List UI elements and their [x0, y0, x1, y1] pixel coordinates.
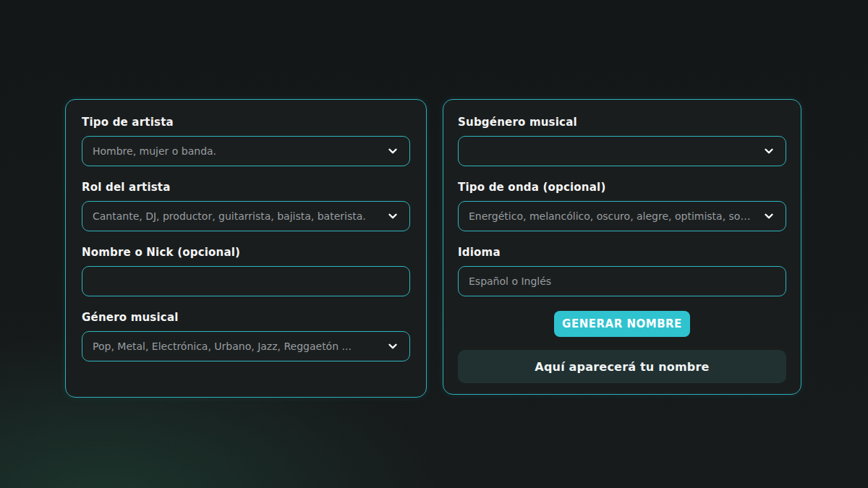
generar-nombre-button[interactable]: GENERAR NOMBRE: [554, 311, 690, 337]
left-form-card: Tipo de artista Hombre, mujer o banda. R…: [65, 99, 427, 398]
select-placeholder: Pop, Metal, Electrónica, Urbano, Jazz, R…: [93, 341, 352, 352]
select-placeholder: Cantante, DJ, productor, guitarrista, ba…: [93, 210, 366, 222]
tipo-de-artista-label: Tipo de artista: [82, 116, 410, 129]
chevron-down-icon: [386, 145, 399, 158]
idioma-input[interactable]: [458, 266, 786, 296]
field-group-tipo-de-artista: Tipo de artista Hombre, mujer o banda.: [82, 116, 410, 166]
field-group-genero-musical: Género musical Pop, Metal, Electrónica, …: [82, 311, 410, 361]
field-group-idioma: Idioma: [458, 246, 786, 296]
rol-del-artista-select[interactable]: Cantante, DJ, productor, guitarrista, ba…: [82, 201, 410, 231]
idioma-label: Idioma: [458, 246, 786, 259]
genero-musical-label: Género musical: [82, 311, 410, 324]
subgenero-musical-select[interactable]: [458, 136, 786, 166]
chevron-down-icon: [386, 340, 399, 353]
select-placeholder: Hombre, mujer o banda.: [93, 145, 216, 157]
result-text: Aquí aparecerá tu nombre: [535, 360, 709, 374]
right-form-card: Subgénero musical Tipo de onda (opcional…: [443, 99, 801, 395]
field-group-tipo-de-onda: Tipo de onda (opcional) Energético, mela…: [458, 181, 786, 231]
field-group-nombre-nick: Nombre o Nick (opcional): [82, 246, 410, 296]
nombre-nick-label: Nombre o Nick (opcional): [82, 246, 410, 259]
chevron-down-icon: [386, 210, 399, 223]
genero-musical-select[interactable]: Pop, Metal, Electrónica, Urbano, Jazz, R…: [82, 331, 410, 361]
artist-name-generator-page: Tipo de artista Hombre, mujer o banda. R…: [0, 0, 868, 488]
tipo-de-artista-select[interactable]: Hombre, mujer o banda.: [82, 136, 410, 166]
select-placeholder: Energético, melancólico, oscuro, alegre,…: [469, 210, 755, 222]
subgenero-musical-label: Subgénero musical: [458, 116, 786, 129]
chevron-down-icon: [762, 145, 775, 158]
nombre-nick-input[interactable]: [82, 266, 410, 296]
chevron-down-icon: [762, 210, 775, 223]
tipo-de-onda-label: Tipo de onda (opcional): [458, 181, 786, 194]
result-box: Aquí aparecerá tu nombre: [458, 350, 786, 383]
field-group-subgenero-musical: Subgénero musical: [458, 116, 786, 166]
tipo-de-onda-select[interactable]: Energético, melancólico, oscuro, alegre,…: [458, 201, 786, 231]
field-group-rol-del-artista: Rol del artista Cantante, DJ, productor,…: [82, 181, 410, 231]
rol-del-artista-label: Rol del artista: [82, 181, 410, 194]
